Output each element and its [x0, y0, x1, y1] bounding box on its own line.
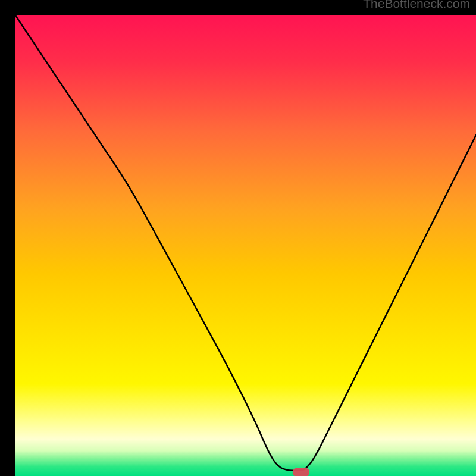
chart-svg [15, 15, 476, 476]
plot-area [15, 15, 476, 476]
optimum-marker [293, 468, 309, 476]
gradient-background [15, 15, 476, 476]
chart-frame [8, 8, 468, 468]
watermark-label: TheBottleneck.com [363, 0, 470, 11]
